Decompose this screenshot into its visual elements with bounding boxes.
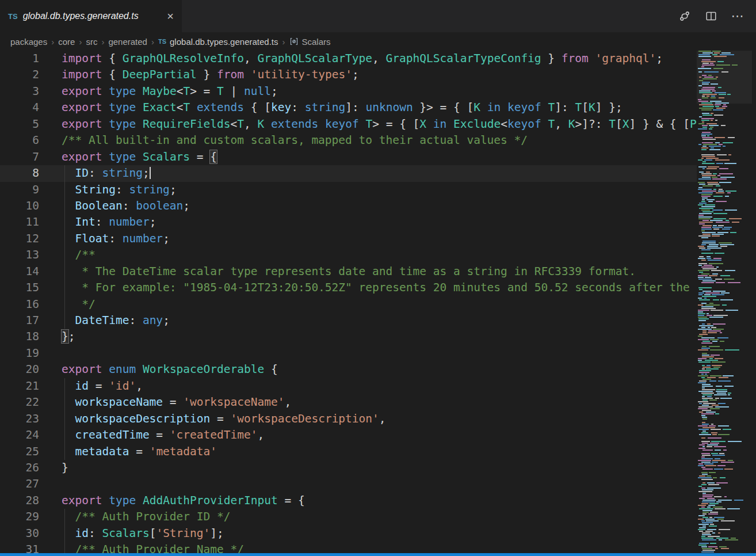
indent-guide (64, 165, 65, 181)
line-number: 10 (0, 198, 39, 214)
line-number: 25 (0, 444, 39, 460)
line-number: 27 (0, 476, 39, 492)
code-line[interactable]: 9 String: string; (0, 182, 697, 198)
code-line[interactable]: 3export type Maybe<T> = T | null; (0, 83, 697, 100)
code-line[interactable]: 7export type Scalars = { (0, 149, 697, 165)
line-number: 17 (0, 313, 39, 329)
indent-guide (64, 231, 65, 247)
code-line[interactable]: 5export type RequireFields<T, K extends … (0, 116, 697, 132)
line-number: 4 (0, 100, 39, 116)
line-number: 15 (0, 280, 39, 296)
indent-guide (64, 444, 65, 460)
code-line[interactable]: 10 Boolean: boolean; (0, 198, 697, 214)
breadcrumb-separator: › (79, 37, 82, 47)
indent-guide (64, 378, 65, 394)
vscode-window: { "tab": { "file_icon": "TS", "title": "… (0, 0, 756, 556)
indent-guide (64, 247, 65, 263)
code-line[interactable]: 19 (0, 345, 697, 361)
line-number: 22 (0, 394, 39, 410)
breadcrumb-item-packages[interactable]: packages (10, 37, 47, 47)
editor-actions: ⋯ (675, 0, 756, 32)
breadcrumb-item-symbol-scalars[interactable]: Scalars (289, 37, 331, 47)
open-changes-icon[interactable] (675, 7, 694, 25)
breadcrumb-item-src[interactable]: src (86, 37, 97, 47)
line-number: 13 (0, 247, 39, 263)
more-actions-icon[interactable]: ⋯ (728, 7, 747, 25)
line-number: 5 (0, 116, 39, 132)
breadcrumb: packages › core › src › generated › TS g… (0, 32, 756, 51)
more-dots-glyph: ⋯ (731, 14, 744, 19)
indent-guide (64, 214, 65, 230)
indent-guide (64, 296, 65, 313)
indent-guide (64, 427, 65, 443)
code-line[interactable]: 2import { DeepPartial } from 'utility-ty… (0, 67, 697, 83)
code-line[interactable]: 14 * The DateTime scalar type represents… (0, 264, 697, 280)
breadcrumb-separator: › (51, 37, 54, 47)
breadcrumb-separator: › (101, 37, 104, 47)
code-line[interactable]: 23 workspaceDescription = 'workspaceDesc… (0, 411, 697, 427)
code-editor[interactable]: 1import { GraphQLResolveInfo, GraphQLSca… (0, 51, 697, 556)
indent-guide (64, 394, 65, 410)
line-number: 18 (0, 329, 39, 345)
line-number: 24 (0, 427, 39, 443)
breadcrumb-symbol-label: Scalars (302, 37, 331, 47)
code-line[interactable]: 28export type AddAuthProviderInput = { (0, 493, 697, 509)
code-line[interactable]: 12 Float: number; (0, 231, 697, 247)
breadcrumb-separator: › (151, 37, 154, 47)
line-number: 16 (0, 296, 39, 313)
close-tab-icon[interactable]: × (165, 9, 176, 23)
code-line[interactable]: 27 (0, 476, 697, 492)
code-line[interactable]: 18}; (0, 329, 697, 345)
indent-guide (64, 280, 65, 296)
code-line[interactable]: 4export type Exact<T extends { [key: str… (0, 100, 697, 116)
tab-global-db-types[interactable]: TS global.db.types.generated.ts × (0, 0, 182, 32)
code-line[interactable]: 16 */ (0, 296, 697, 313)
indent-guide (64, 509, 65, 525)
code-line[interactable]: 17 DateTime: any; (0, 313, 697, 329)
symbol-type-icon (289, 37, 299, 46)
line-number: 9 (0, 182, 39, 198)
code-line[interactable]: 21 id = 'id', (0, 378, 697, 394)
indent-guide (64, 525, 65, 542)
breadcrumb-item-generated[interactable]: generated (108, 37, 147, 47)
code-line[interactable]: 20export enum WorkspaceOrderable { (0, 361, 697, 378)
code-line[interactable]: 13 /** (0, 247, 697, 263)
line-number: 23 (0, 411, 39, 427)
split-editor-icon[interactable] (702, 7, 720, 25)
line-number: 30 (0, 525, 39, 542)
code-line[interactable]: 15 * For example: "1985-04-12T23:20:50.5… (0, 280, 697, 296)
breadcrumb-file-label: global.db.types.generated.ts (170, 37, 278, 47)
code-line[interactable]: 30 id: Scalars['String']; (0, 525, 697, 542)
typescript-file-icon: TS (8, 12, 18, 21)
code-line[interactable]: 11 Int: number; (0, 214, 697, 230)
line-number: 29 (0, 509, 39, 525)
code-line[interactable]: 29 /** Auth Provider ID */ (0, 509, 697, 525)
text-cursor (150, 167, 151, 179)
line-number: 28 (0, 493, 39, 509)
indent-guide (64, 264, 65, 280)
code-line[interactable]: 24 createdTime = 'createdTime', (0, 427, 697, 443)
line-number: 21 (0, 378, 39, 394)
code-line[interactable]: 1import { GraphQLResolveInfo, GraphQLSca… (0, 51, 697, 67)
code-line[interactable]: 6/** All built-in and custom scalars, ma… (0, 132, 697, 148)
line-number: 12 (0, 231, 39, 247)
line-number: 19 (0, 345, 39, 361)
code-line[interactable]: 25 metadata = 'metadata' (0, 444, 697, 460)
breadcrumb-separator: › (282, 37, 285, 47)
breadcrumb-item-file[interactable]: TS global.db.types.generated.ts (158, 37, 278, 47)
tab-title: global.db.types.generated.ts (23, 11, 160, 21)
code-line[interactable]: 22 workspaceName = 'workspaceName', (0, 394, 697, 410)
line-number: 3 (0, 83, 39, 100)
indent-guide (64, 313, 65, 329)
line-number: 11 (0, 214, 39, 230)
minimap[interactable] (697, 51, 752, 556)
code-line[interactable]: 26} (0, 460, 697, 476)
indent-guide (64, 198, 65, 214)
breadcrumb-item-core[interactable]: core (58, 37, 75, 47)
line-number: 6 (0, 132, 39, 148)
line-number: 26 (0, 460, 39, 476)
code-line[interactable]: 8 ID: string; (0, 165, 697, 181)
line-number: 1 (0, 51, 39, 67)
indent-guide (64, 182, 65, 198)
line-number: 7 (0, 149, 39, 165)
